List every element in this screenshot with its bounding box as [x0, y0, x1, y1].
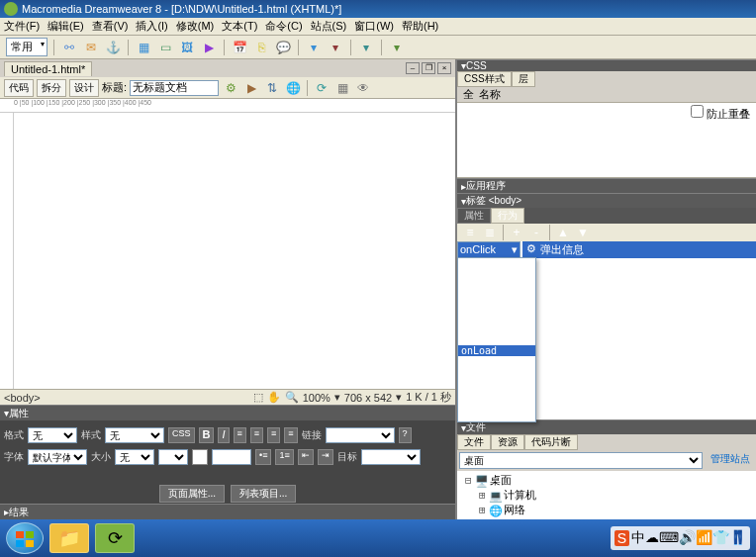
server-include-icon[interactable]: ⎘ [252, 39, 270, 56]
snippets-tab[interactable]: 代码片断 [524, 434, 578, 450]
menu-item[interactable]: 编辑(E) [47, 19, 84, 34]
outdent-button[interactable]: ⇤ [298, 449, 314, 465]
document-tab[interactable]: Untitled-1.html* [4, 61, 92, 76]
move-down-button[interactable]: ▼ [574, 224, 592, 241]
css-button[interactable]: CSS [168, 427, 195, 443]
hyperlink-icon[interactable]: ⚯ [60, 39, 78, 56]
view-options-icon[interactable]: ▦ [333, 79, 351, 97]
tray-icon[interactable]: 🔊 [679, 529, 696, 545]
align-left-button[interactable]: ≡ [234, 427, 246, 443]
menu-item[interactable]: 查看(V) [92, 19, 129, 34]
bold-button[interactable]: B [199, 427, 215, 443]
event-option[interactable]: onLoad [458, 345, 535, 356]
image-icon[interactable]: 🖼 [178, 39, 196, 56]
preview-icon[interactable]: 🌐 [284, 79, 302, 97]
size-unit-select[interactable] [158, 449, 188, 465]
show-all-events-icon[interactable]: ≣ [481, 224, 499, 241]
tray-icon[interactable]: ⌨ [659, 529, 679, 545]
font-select[interactable]: 默认字体 [28, 449, 87, 465]
menu-item[interactable]: 插入(I) [136, 19, 167, 34]
menu-item[interactable]: 窗口(W) [354, 19, 394, 34]
comment-icon[interactable]: 💬 [274, 39, 292, 56]
tags-panel-header[interactable]: 标签 <body> [457, 193, 756, 208]
doc-minimize-button[interactable]: – [406, 62, 420, 74]
window-dimensions[interactable]: 706 x 542 [344, 392, 392, 404]
event-option[interactable]: onFocus [458, 302, 535, 313]
dreamweaver-task-button[interactable]: ⟳ [95, 523, 135, 553]
file-mgmt-icon[interactable]: ⇅ [263, 79, 281, 97]
target-select[interactable] [361, 449, 421, 465]
select-tool-icon[interactable]: ⬚ [253, 391, 263, 404]
expand-icon[interactable]: ⊞ [479, 504, 486, 516]
application-panel-header[interactable]: 应用程序 [457, 178, 756, 193]
refresh-icon[interactable]: ⟳ [313, 79, 331, 97]
size-select[interactable]: 无 [115, 449, 154, 465]
format-select[interactable]: 无 [28, 427, 77, 443]
italic-button[interactable]: I [218, 427, 229, 443]
event-option[interactable]: onClick [458, 269, 535, 280]
menu-item[interactable]: 文件(F) [4, 19, 40, 34]
css-col-name[interactable]: 名称 [479, 87, 501, 102]
tag-selector[interactable]: <body> [4, 392, 41, 404]
link-select[interactable] [326, 427, 395, 443]
event-select[interactable]: onClick▾ [457, 241, 520, 258]
add-behavior-button[interactable]: + [508, 224, 525, 241]
templates-icon[interactable]: ▾ [357, 39, 375, 56]
menu-item[interactable]: 站点(S) [311, 19, 347, 34]
results-panel-header[interactable]: 结果 [0, 504, 455, 519]
event-option[interactable]: onMouseDown [458, 356, 535, 367]
code-view-button[interactable]: 代码 [4, 79, 34, 97]
css-col-all[interactable]: 全 [457, 87, 479, 102]
css-styles-tab[interactable]: CSS样式 [457, 71, 512, 87]
align-center-button[interactable]: ≡ [250, 427, 263, 443]
tree-item[interactable]: ⊞💻计算机 [459, 488, 754, 503]
tray-icon[interactable]: ☁ [645, 529, 659, 545]
tray-icon[interactable]: 📶 [696, 529, 712, 545]
color-input[interactable] [212, 449, 251, 465]
tag-chooser-icon[interactable]: ▾ [388, 39, 406, 56]
layers-tab[interactable]: 层 [512, 71, 535, 87]
expand-icon[interactable]: ⊟ [465, 474, 472, 487]
style-select[interactable]: 无 [105, 427, 164, 443]
event-option[interactable]: onKeyPress [458, 324, 535, 334]
script-icon[interactable]: ▾ [327, 39, 344, 56]
remove-behavior-button[interactable]: - [527, 224, 545, 241]
list-item-button[interactable]: 列表项目... [231, 485, 296, 503]
insert-category-dropdown[interactable]: 常用 [6, 38, 47, 56]
visual-aids-icon[interactable]: 👁 [354, 79, 372, 97]
event-option[interactable]: onUnload [458, 411, 535, 421]
event-option[interactable]: onMouseOver [458, 389, 535, 400]
tray-icon[interactable]: 中 [631, 529, 645, 545]
show-set-events-icon[interactable]: ≡ [461, 224, 479, 241]
menu-item[interactable]: 帮助(H) [402, 19, 438, 34]
menu-item[interactable]: 修改(M) [176, 19, 215, 34]
design-editor[interactable] [14, 113, 455, 389]
action-name[interactable]: 弹出信息 [540, 242, 584, 257]
media-icon[interactable]: ▶ [200, 39, 218, 56]
event-option[interactable]: onMouseMove [458, 367, 535, 378]
validate-icon[interactable]: ▶ [242, 79, 260, 97]
align-right-button[interactable]: ≡ [267, 427, 280, 443]
expand-icon[interactable]: ⊞ [479, 489, 486, 502]
event-option[interactable]: onDblClick [458, 280, 535, 291]
event-option[interactable]: onMouseUp [458, 400, 535, 411]
ol-button[interactable]: 1≡ [275, 449, 293, 465]
prevent-overlap-checkbox[interactable]: 防止重叠 [691, 105, 750, 122]
attributes-tab[interactable]: 属性 [457, 208, 491, 224]
hand-tool-icon[interactable]: ✋ [267, 391, 281, 404]
assets-tab[interactable]: 资源 [491, 434, 524, 450]
email-link-icon[interactable]: ✉ [82, 39, 100, 56]
align-justify-button[interactable]: ≡ [284, 427, 297, 443]
doc-close-button[interactable]: × [437, 62, 451, 74]
page-properties-button[interactable]: 页面属性... [159, 485, 225, 503]
menu-item[interactable]: 命令(C) [265, 19, 302, 34]
color-swatch[interactable] [192, 449, 208, 465]
no-browser-check-icon[interactable]: ⚙ [222, 79, 239, 97]
zoom-level[interactable]: 100% [303, 392, 331, 404]
event-option[interactable]: onError [458, 291, 535, 302]
site-select[interactable]: 桌面 [459, 452, 703, 469]
anchor-icon[interactable]: ⚓ [104, 39, 122, 56]
manage-sites-link[interactable]: 管理站点 [707, 452, 754, 469]
zoom-tool-icon[interactable]: 🔍 [285, 391, 299, 404]
css-panel-header[interactable]: CSS [457, 59, 756, 71]
